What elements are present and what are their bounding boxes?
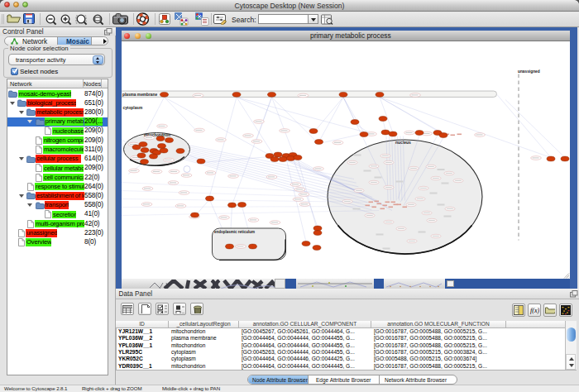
svg-text:plasma membrane: plasma membrane (122, 93, 157, 97)
svg-text:f(x): f(x) (530, 307, 539, 314)
svg-text:unassigned: unassigned (518, 69, 540, 73)
svg-text:cytoplasm: cytoplasm (123, 105, 143, 109)
svg-text:endoplasmic reticulum: endoplasmic reticulum (214, 230, 255, 234)
